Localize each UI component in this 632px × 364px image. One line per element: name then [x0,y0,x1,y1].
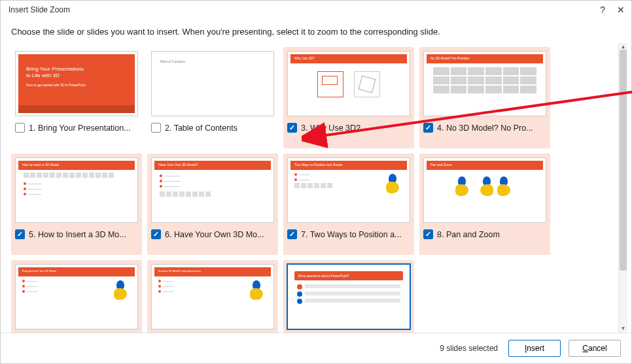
close-icon[interactable]: ✕ [617,5,625,15]
slide-grid: Bring Your Presentations to Life with 3D… [9,43,618,333]
slide-thumbnail: Pan and Zoom [423,157,546,223]
selection-status: 9 slides selected [440,344,498,353]
scroll-down-icon[interactable]: ▼ [621,326,626,331]
slide-label: 4. No 3D Model? No Pro... [437,124,546,133]
slide-item[interactable]: No 3D Model? No Problem 4. No 3D Model? … [419,47,550,148]
slide-thumbnail: Animate 3D Model Using Animations ———— —… [151,264,274,329]
insert-slide-zoom-dialog: Insert Slide Zoom ? ✕ Choose the slide o… [0,0,632,364]
slide-label: 1. Bring Your Presentation... [29,124,138,133]
slide-checkbox[interactable] [15,229,25,239]
insert-button[interactable]: Insert [508,340,561,357]
slide-thumbnail: No 3D Model? No Problem [423,51,546,116]
slide-checkbox[interactable] [423,229,433,239]
slide-label: 5. How to Insert a 3D Mo... [29,230,138,239]
slide-item[interactable]: Bring Your Presentations to Life with 3D… [11,47,142,148]
slide-thumbnail: Two Ways to Position and Rotate ———— ———… [287,157,410,223]
slide-thumbnail: Bring Your Presentations to Life with 3D… [15,51,138,116]
slide-label: 2. Table of Contents [165,124,274,133]
slide-item[interactable]: Two Ways to Position and Rotate ———— ———… [283,154,414,255]
slide-checkbox[interactable] [423,123,433,133]
slide-thumbnail: Bring Animate Your 3D Model ———— ———— ——… [15,264,138,329]
slide-label: 6. Have Your Own 3D Mo... [165,230,274,239]
slide-item[interactable]: More questions about PowerPoint? [283,260,414,333]
slide-checkbox[interactable] [151,123,161,133]
titlebar: Insert Slide Zoom ? ✕ [1,1,631,19]
slide-item[interactable]: Table of Contents 2. Table of Contents [147,47,278,148]
slide-thumbnail: More questions about PowerPoint? [287,264,410,329]
slide-checkbox[interactable] [151,229,161,239]
slide-item[interactable]: Have Your Own 3D Model? —————— —————— ——… [147,154,278,255]
dialog-title: Insert Slide Zoom [9,5,70,14]
help-icon[interactable]: ? [600,5,605,15]
dialog-footer: 9 slides selected Insert Cancel [1,333,631,363]
slide-item[interactable]: Animate 3D Model Using Animations ———— —… [147,260,278,333]
cancel-button[interactable]: Cancel [569,340,621,357]
slide-label: 7. Two Ways to Position a... [301,230,410,239]
slide-item[interactable]: Pan and Zoom 8. Pan and Zoom [419,154,550,255]
slide-checkbox[interactable] [287,229,297,239]
scroll-up-icon[interactable]: ▲ [621,44,626,50]
slide-thumbnail: How to insert a 3D Model ————— ————— ———… [15,157,138,223]
slide-item[interactable]: Why Use 3D? 3. Why Use 3D? [283,47,414,148]
slide-thumbnail: Table of Contents [151,51,274,116]
slide-label: 3. Why Use 3D? [301,124,410,133]
slide-item[interactable]: Bring Animate Your 3D Model ———— ———— ——… [11,260,142,333]
slide-checkbox[interactable] [287,123,297,133]
slide-item[interactable]: How to insert a 3D Model ————— ————— ———… [11,154,142,255]
slide-thumbnail: Have Your Own 3D Model? —————— —————— ——… [151,157,274,223]
instruction-text: Choose the slide or slides you want to i… [1,19,631,43]
slide-checkbox[interactable] [15,123,25,133]
slide-thumbnail: Why Use 3D? [287,51,410,116]
vertical-scrollbar[interactable]: ▲ ▼ [618,43,627,333]
slide-label: 8. Pan and Zoom [437,230,546,239]
